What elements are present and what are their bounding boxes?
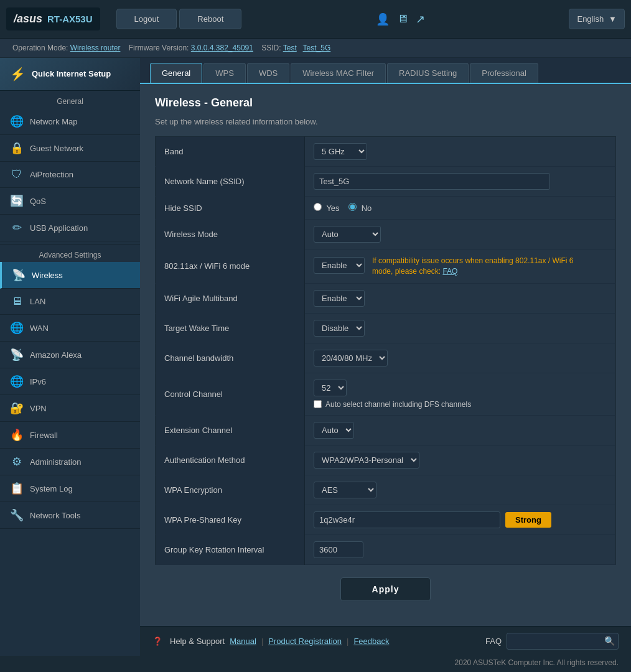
- table-row: Hide SSID Yes No: [156, 197, 616, 220]
- administration-icon: ⚙: [10, 455, 24, 469]
- sidebar-item-label: IPv6: [30, 377, 46, 386]
- auth-method-label: Authentication Method: [156, 445, 305, 475]
- model-name: RT-AX53U: [47, 14, 93, 24]
- sidebar-item-vpn[interactable]: 🔐 VPN: [0, 395, 140, 422]
- ssid2-value[interactable]: Test_5G: [303, 44, 331, 52]
- hide-ssid-no-text: No: [362, 203, 372, 213]
- product-registration-link[interactable]: Product Registration: [268, 637, 342, 646]
- sidebar-item-network-tools[interactable]: 🔧 Network Tools: [0, 502, 140, 529]
- group-key-input[interactable]: [314, 541, 363, 558]
- footer-copyright: 2020 ASUSTeK Computer Inc. All rights re…: [0, 656, 631, 670]
- footer-left: ❓ Help & Support Manual | Product Regist…: [152, 637, 389, 646]
- sidebar-item-network-map[interactable]: 🌐 Network Map: [0, 108, 140, 135]
- wifi6-faq-link[interactable]: FAQ: [442, 267, 457, 276]
- sidebar-item-label: WAN: [30, 324, 49, 333]
- apply-button[interactable]: Apply: [340, 577, 431, 601]
- chevron-down-icon: ▼: [609, 14, 617, 24]
- ssid1-value[interactable]: Test: [283, 44, 297, 52]
- tab-wps[interactable]: WPS: [203, 63, 246, 83]
- faq-search-wrap: 🔍: [507, 633, 619, 650]
- footer-faq: FAQ 🔍: [485, 633, 619, 650]
- op-mode-label: Operation Mode:: [12, 44, 68, 52]
- table-row: Authentication Method WPA2/WPA3-Personal…: [156, 445, 616, 475]
- separator1: |: [261, 637, 263, 646]
- ssid-label: SSID:: [261, 44, 281, 52]
- sidebar-item-label: Network Map: [30, 117, 78, 126]
- op-mode-value[interactable]: Wireless router: [70, 44, 121, 52]
- wireless-icon: 📡: [12, 268, 26, 282]
- wifi6-select[interactable]: Enable Disable: [314, 257, 365, 274]
- wireless-mode-select[interactable]: Auto N only AC/N mixed: [314, 226, 381, 243]
- tab-radius-setting[interactable]: RADIUS Setting: [387, 63, 469, 83]
- control-channel-select[interactable]: 52 36 40 44 48: [314, 380, 347, 396]
- sidebar-item-wireless[interactable]: 📡 Wireless: [0, 262, 140, 289]
- reboot-button[interactable]: Reboot: [179, 9, 241, 29]
- faq-search-input[interactable]: [507, 633, 619, 650]
- manual-link[interactable]: Manual: [230, 637, 256, 646]
- ssid-label: Network Name (SSID): [156, 167, 305, 197]
- hide-ssid-yes-label[interactable]: Yes: [314, 203, 342, 213]
- page-subtitle: Set up the wireless related information …: [155, 117, 616, 126]
- auto-channel-label: Auto select channel including DFS channe…: [325, 400, 471, 409]
- table-row: Wireless Mode Auto N only AC/N mixed: [156, 220, 616, 250]
- tab-wds[interactable]: WDS: [247, 63, 289, 83]
- wpa-enc-select[interactable]: AES TKIP TKIP+AES: [314, 482, 376, 498]
- hide-ssid-no-label[interactable]: No: [348, 203, 372, 213]
- ssid-input[interactable]: [314, 173, 550, 190]
- wifi-agile-select[interactable]: Enable Disable: [314, 290, 365, 307]
- auto-channel-row: Auto select channel including DFS channe…: [314, 400, 607, 409]
- tab-wireless-mac-filter[interactable]: Wireless MAC Filter: [291, 63, 386, 83]
- sidebar-item-administration[interactable]: ⚙ Administration: [0, 449, 140, 475]
- control-channel-label: Control Channel: [156, 373, 305, 415]
- band-select[interactable]: 5 GHz 2.4 GHz: [314, 143, 367, 160]
- sidebar-item-wan[interactable]: 🌐 WAN: [0, 315, 140, 342]
- tab-professional[interactable]: Professional: [470, 63, 538, 83]
- wan-icon: 🌐: [10, 321, 24, 335]
- auth-method-select[interactable]: WPA2/WPA3-Personal Open System WPA2-Pers…: [314, 452, 419, 469]
- wifi-agile-label: WiFi Agile Multiband: [156, 283, 305, 313]
- content-area: General WPS WDS Wireless MAC Filter RADI…: [140, 58, 631, 656]
- auto-channel-checkbox[interactable]: [314, 400, 322, 408]
- sidebar-item-qos[interactable]: 🔄 QoS: [0, 188, 140, 215]
- page-title: Wireless - General: [155, 96, 616, 110]
- sidebar-item-amazon-alexa[interactable]: 📡 Amazon Alexa: [0, 342, 140, 368]
- group-key-label: Group Key Rotation Interval: [156, 534, 305, 564]
- monitor-icon[interactable]: 🖥: [397, 12, 408, 26]
- user-icon[interactable]: 👤: [376, 12, 390, 26]
- sidebar-item-aiprotection[interactable]: 🛡 AiProtection: [0, 162, 140, 188]
- firmware-value[interactable]: 3.0.0.4.382_45091: [191, 44, 253, 52]
- sidebar-item-lan[interactable]: 🖥 LAN: [0, 289, 140, 315]
- language-selector[interactable]: English ▼: [569, 9, 625, 29]
- wpa-key-input[interactable]: [314, 511, 500, 528]
- sidebar-item-firewall[interactable]: 🔥 Firewall: [0, 422, 140, 449]
- lan-icon: 🖥: [10, 295, 24, 308]
- feedback-link[interactable]: Feedback: [353, 637, 389, 646]
- quick-setup-label: Quick Internet Setup: [32, 69, 111, 80]
- logout-button[interactable]: Logout: [116, 9, 177, 29]
- control-channel-row: 52 36 40 44 48: [314, 380, 607, 396]
- sidebar-item-ipv6[interactable]: 🌐 IPv6: [0, 368, 140, 395]
- network-tools-icon: 🔧: [10, 508, 24, 522]
- qos-icon: 🔄: [10, 194, 24, 208]
- hide-ssid-no-radio[interactable]: [348, 203, 357, 211]
- table-row: WPA Encryption AES TKIP TKIP+AES: [156, 475, 616, 505]
- extension-channel-select[interactable]: Auto 1 2 3: [314, 422, 354, 439]
- sidebar-item-usb-application[interactable]: ✏ USB Application: [0, 215, 140, 241]
- table-row: Channel bandwidth 20/40/80 MHz 20 MHz 20…: [156, 343, 616, 373]
- separator2: |: [347, 637, 348, 646]
- channel-bw-label: Channel bandwidth: [156, 343, 305, 373]
- tab-general[interactable]: General: [150, 63, 202, 83]
- channel-bw-select[interactable]: 20/40/80 MHz 20 MHz 20/40 MHz: [314, 350, 388, 366]
- hide-ssid-label: Hide SSID: [156, 197, 305, 220]
- sidebar-item-guest-network[interactable]: 🔒 Guest Network: [0, 135, 140, 162]
- hide-ssid-yes-radio[interactable]: [314, 203, 322, 211]
- top-icons: 👤 🖥 ↗: [376, 12, 425, 26]
- sidebar-item-system-log[interactable]: 📋 System Log: [0, 475, 140, 502]
- vpn-icon: 🔐: [10, 401, 24, 415]
- faq-label: FAQ: [485, 637, 502, 646]
- sidebar-item-label: Guest Network: [30, 144, 83, 153]
- table-row: Band 5 GHz 2.4 GHz: [156, 137, 616, 167]
- share-icon[interactable]: ↗: [416, 12, 425, 26]
- sidebar-item-quick-setup[interactable]: ⚡ Quick Internet Setup: [0, 58, 140, 91]
- target-wake-select[interactable]: Disable Enable: [314, 320, 365, 337]
